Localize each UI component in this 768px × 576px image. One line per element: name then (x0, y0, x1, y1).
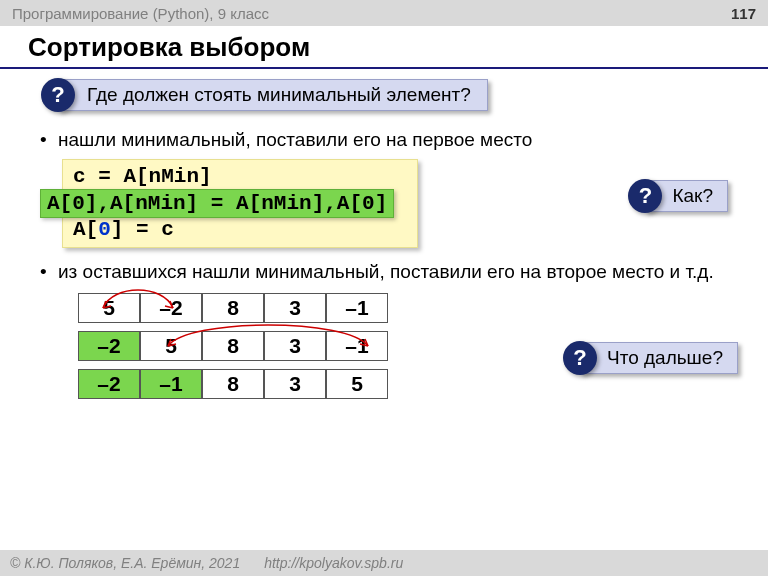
code-line-1: c = A[nMin] (73, 164, 407, 190)
array-cell: –1 (140, 369, 202, 399)
array-cell: –1 (326, 293, 388, 323)
question-mark-icon: ? (563, 341, 597, 375)
copyright: © К.Ю. Поляков, Е.А. Ерёмин, 2021 (10, 555, 240, 571)
question-how: ? Как? (645, 180, 728, 212)
array-cell: 3 (264, 293, 326, 323)
array-cell: –2 (78, 369, 140, 399)
array-cell: 5 (326, 369, 388, 399)
array-cell: 3 (264, 331, 326, 361)
array-row-1: 5–283–1 (78, 293, 738, 323)
course-title: Программирование (Python), 9 класс (12, 5, 269, 22)
array-cell: –2 (78, 331, 140, 361)
question-next: ? Что дальше? (580, 342, 738, 374)
code-green-swap: A[0],A[nMin] = A[nMin],A[0] (40, 189, 394, 218)
code-line-3: A[0] = c (73, 217, 407, 243)
page-number: 117 (731, 5, 756, 22)
array-cell: 5 (140, 331, 202, 361)
question-text: Что дальше? (607, 347, 723, 369)
array-cell: –1 (326, 331, 388, 361)
page-title: Сортировка выбором (0, 26, 768, 69)
footer-url: http://kpolyakov.spb.ru (264, 555, 403, 571)
array-cell: 8 (202, 331, 264, 361)
question-where-min: ? Где должен стоять минимальный элемент? (58, 79, 488, 111)
bullet-1: нашли минимальный, поставили его на перв… (40, 129, 738, 151)
array-cell: –2 (140, 293, 202, 323)
question-text: Как? (672, 185, 713, 207)
array-cell: 8 (202, 293, 264, 323)
array-cell: 3 (264, 369, 326, 399)
question-mark-icon: ? (628, 179, 662, 213)
array-cell: 5 (78, 293, 140, 323)
array-cell: 8 (202, 369, 264, 399)
bullet-2: из оставшихся нашли минимальный, постави… (40, 261, 738, 283)
question-text: Где должен стоять минимальный элемент? (87, 84, 471, 106)
slide-header: Программирование (Python), 9 класс 117 (0, 0, 768, 26)
question-mark-icon: ? (41, 78, 75, 112)
slide-footer: © К.Ю. Поляков, Е.А. Ерёмин, 2021 http:/… (0, 550, 768, 576)
